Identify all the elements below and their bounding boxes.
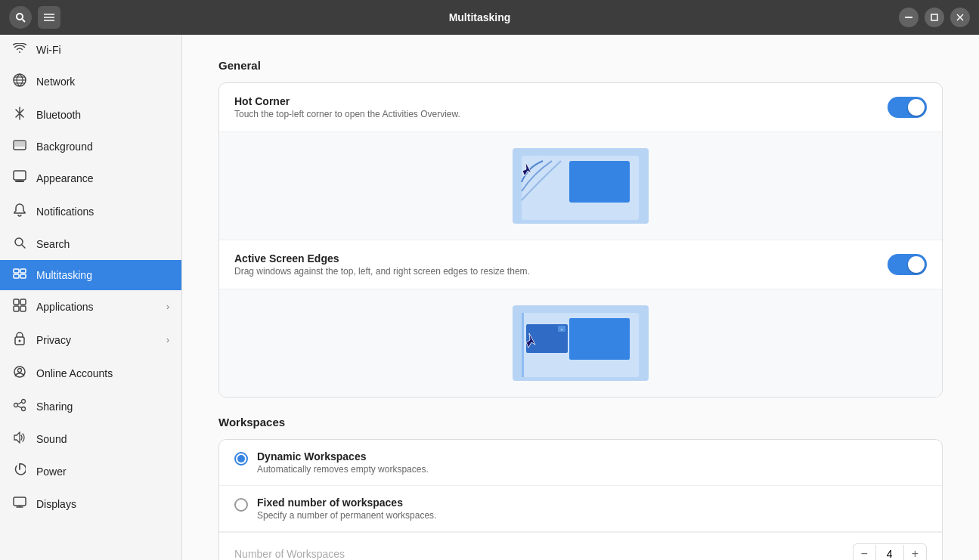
workspace-count-label: Number of Workspaces — [234, 548, 853, 560]
svg-rect-42 — [569, 161, 630, 203]
privacy-chevron-icon: › — [166, 335, 169, 345]
sidebar-item-sound[interactable]: Sound — [0, 423, 181, 455]
main-layout: Wi-Fi Network Bluetooth — [0, 35, 979, 560]
svg-line-35 — [17, 402, 21, 404]
sharing-icon — [12, 398, 27, 415]
sidebar-item-bluetooth[interactable]: Bluetooth — [0, 98, 181, 131]
sidebar-label-appearance: Appearance — [36, 172, 94, 184]
svg-rect-15 — [14, 171, 26, 180]
sidebar-label-sound: Sound — [36, 433, 67, 445]
sidebar-item-wifi[interactable]: Wi-Fi — [0, 35, 181, 65]
hot-corner-toggle[interactable] — [888, 97, 927, 118]
dynamic-workspaces-radio[interactable] — [234, 452, 248, 466]
active-screen-edges-thumb — [908, 256, 925, 273]
stepper-decrement-button[interactable]: − — [854, 544, 875, 560]
svg-rect-21 — [20, 269, 26, 273]
svg-point-31 — [18, 369, 22, 373]
svg-rect-37 — [14, 497, 26, 506]
bluetooth-icon — [12, 107, 27, 123]
dynamic-workspaces-row[interactable]: Dynamic Workspaces Automatically removes… — [219, 440, 942, 486]
svg-rect-46 — [569, 318, 630, 360]
fixed-workspaces-row[interactable]: Fixed number of workspaces Specify a num… — [219, 486, 942, 532]
close-button[interactable] — [950, 8, 970, 27]
dynamic-workspaces-desc: Automatically removes empty workspaces. — [257, 464, 429, 475]
minimize-button[interactable] — [899, 8, 919, 27]
sidebar-item-appearance[interactable]: Appearance — [0, 162, 181, 195]
sidebar-label-sharing: Sharing — [36, 401, 73, 413]
sidebar-item-notifications[interactable]: Notifications — [0, 195, 181, 228]
svg-point-34 — [22, 407, 26, 411]
sidebar-label-wifi: Wi-Fi — [36, 44, 61, 56]
svg-rect-27 — [20, 306, 26, 311]
privacy-icon — [12, 332, 27, 348]
sidebar-item-sharing[interactable]: Sharing — [0, 390, 181, 423]
multitasking-icon — [12, 268, 27, 282]
sound-icon — [12, 432, 27, 447]
dynamic-workspaces-title: Dynamic Workspaces — [257, 450, 429, 463]
sidebar-item-online-accounts[interactable]: Online Accounts — [0, 357, 181, 390]
appearance-icon — [12, 170, 27, 187]
dynamic-workspaces-text: Dynamic Workspaces Automatically removes… — [257, 450, 429, 475]
sidebar-item-power[interactable]: Power — [0, 455, 181, 488]
sidebar-item-multitasking[interactable]: Multitasking — [0, 260, 181, 290]
sidebar-item-search[interactable]: Search — [0, 228, 181, 260]
sidebar-label-privacy: Privacy — [36, 334, 71, 346]
content-area: General Hot Corner Touch the top-left co… — [182, 35, 979, 560]
svg-point-0 — [17, 14, 23, 20]
menu-button[interactable] — [38, 6, 60, 29]
svg-line-1 — [23, 20, 26, 23]
search-button[interactable] — [9, 6, 32, 29]
notifications-icon — [12, 203, 27, 220]
power-icon — [12, 463, 27, 480]
sidebar-label-displays: Displays — [36, 498, 76, 510]
hot-corner-track[interactable] — [888, 97, 927, 118]
sidebar-item-privacy[interactable]: Privacy › — [0, 323, 181, 357]
workspace-count-row: Number of Workspaces − 4 + — [219, 532, 942, 560]
svg-point-32 — [22, 400, 26, 404]
sidebar-label-search: Search — [36, 238, 70, 250]
workspaces-section-title: Workspaces — [218, 416, 943, 429]
svg-text:×: × — [560, 327, 563, 332]
sidebar-label-multitasking: Multitasking — [36, 269, 92, 281]
fixed-workspaces-text: Fixed number of workspaces Specify a num… — [257, 497, 436, 521]
hot-corner-svg — [505, 144, 656, 227]
applications-icon — [12, 299, 27, 315]
active-screen-edges-row: Active Screen Edges Drag windows against… — [219, 240, 942, 289]
sidebar-label-background: Background — [36, 141, 93, 153]
svg-rect-22 — [14, 274, 19, 278]
active-screen-edges-track[interactable] — [888, 254, 927, 275]
workspace-stepper: − 4 + — [853, 543, 927, 560]
sidebar-label-power: Power — [36, 466, 67, 478]
sidebar: Wi-Fi Network Bluetooth — [0, 35, 182, 560]
sidebar-label-network: Network — [36, 76, 75, 88]
svg-rect-20 — [14, 269, 19, 273]
background-icon — [12, 140, 27, 153]
fixed-workspaces-radio[interactable] — [234, 498, 248, 512]
hot-corner-title: Hot Corner — [234, 95, 888, 107]
svg-rect-23 — [20, 274, 26, 278]
svg-rect-5 — [905, 17, 912, 18]
sidebar-item-applications[interactable]: Applications › — [0, 290, 181, 323]
general-card: Hot Corner Touch the top-left corner to … — [218, 82, 943, 398]
svg-rect-25 — [20, 299, 26, 305]
screen-edges-illustration: × — [219, 289, 942, 397]
sidebar-item-background[interactable]: Background — [0, 131, 181, 162]
sidebar-item-network[interactable]: Network — [0, 65, 181, 98]
svg-line-19 — [22, 245, 25, 248]
svg-point-29 — [19, 340, 21, 342]
sidebar-item-displays[interactable]: Displays — [0, 488, 181, 520]
sidebar-label-online-accounts: Online Accounts — [36, 367, 113, 379]
network-icon — [12, 73, 27, 90]
search-sidebar-icon — [12, 237, 27, 252]
maximize-button[interactable] — [925, 8, 944, 27]
sidebar-label-bluetooth: Bluetooth — [36, 109, 81, 121]
active-screen-edges-toggle[interactable] — [888, 254, 927, 275]
hot-corner-row: Hot Corner Touch the top-left corner to … — [219, 83, 942, 132]
applications-chevron-icon: › — [166, 302, 169, 312]
active-screen-edges-title: Active Screen Edges — [234, 252, 888, 265]
stepper-increment-button[interactable]: + — [904, 544, 926, 560]
svg-point-33 — [14, 404, 18, 407]
hot-corner-desc: Touch the top-left corner to open the Ac… — [234, 109, 888, 119]
stepper-value: 4 — [875, 545, 904, 560]
hot-corner-illustration — [219, 132, 942, 240]
